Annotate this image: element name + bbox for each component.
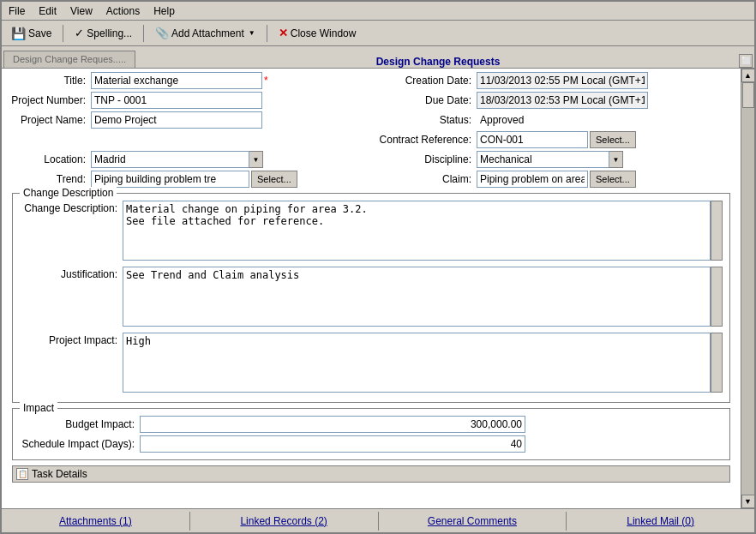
close-icon: ✕ [279, 27, 288, 39]
budget-impact-input[interactable] [140, 416, 525, 433]
trend-label: Trend: [5, 173, 91, 185]
spelling-icon: ✓ [75, 27, 84, 39]
discipline-arrow[interactable]: ▼ [609, 151, 623, 168]
status-label: Status: [374, 114, 477, 126]
menu-file[interactable]: File [2, 3, 32, 19]
location-row: Location: ▼ Discipline: ▼ [5, 151, 737, 168]
menu-edit[interactable]: Edit [32, 3, 63, 19]
bottom-tab-linked-mail[interactable]: Linked Mail (0) [567, 512, 754, 531]
trend-row: Trend: Select... Claim: Select... [5, 171, 737, 188]
attachment-dropdown-icon: ▼ [249, 29, 255, 37]
menu-view[interactable]: View [63, 3, 99, 19]
due-date-label: Due Date: [374, 94, 477, 106]
change-desc-textarea[interactable]: Material change on piping for area 3.2. … [123, 201, 711, 261]
project-impact-row: Project Impact: High [20, 333, 723, 395]
change-desc-row: Change Description: Material change on p… [20, 201, 723, 263]
change-desc-label: Change Description: [20, 201, 123, 263]
change-desc-wrap: Material change on piping for area 3.2. … [123, 201, 723, 263]
project-impact-textarea[interactable]: High [123, 333, 711, 393]
save-icon: 💾 [11, 27, 26, 40]
claim-label: Claim: [374, 173, 477, 185]
bottom-tab-linked-records[interactable]: Linked Records (2) [190, 512, 379, 531]
toolbar-separator [63, 25, 63, 42]
justification-textarea[interactable]: See Trend and Claim analysis [123, 267, 711, 327]
side-scrollbar: ▲ ▼ [741, 69, 754, 508]
location-label: Location: [5, 153, 91, 165]
trend-input[interactable] [91, 171, 249, 188]
creation-date-label: Creation Date: [374, 75, 477, 87]
project-name-row: Project Name: Status: Approved [5, 111, 737, 129]
scroll-track[interactable] [741, 82, 755, 495]
project-number-row: Project Number: Due Date: [5, 92, 737, 109]
discipline-dropdown[interactable]: ▼ [477, 151, 623, 168]
project-name-label: Project Name: [5, 114, 91, 126]
expand-button[interactable]: ⬜ [739, 54, 753, 68]
justification-label: Justification: [20, 267, 123, 329]
close-window-button[interactable]: ✕ Close Window [273, 23, 363, 44]
contract-row: Contract Reference: Select... [5, 131, 737, 148]
location-arrow[interactable]: ▼ [249, 151, 263, 168]
form-area: Title: * Creation Date: Project Number: … [2, 69, 741, 508]
justification-wrap: See Trend and Claim analysis [123, 267, 723, 329]
change-desc-scrollbar[interactable] [711, 201, 723, 261]
bottom-tab-general-comments[interactable]: General Comments [379, 512, 567, 531]
menu-help[interactable]: Help [147, 3, 182, 19]
tab-bar: Design Change Reques..... Design Change … [2, 46, 754, 69]
title-label: Title: [5, 75, 91, 87]
title-input[interactable] [91, 72, 262, 89]
tab-inactive[interactable]: Design Change Reques..... [3, 51, 135, 68]
justification-scrollbar[interactable] [711, 267, 723, 327]
add-attachment-button[interactable]: 📎 Add Attachment ▼ [149, 23, 261, 44]
project-impact-wrap: High [123, 333, 723, 395]
location-dropdown[interactable]: ▼ [91, 151, 263, 168]
task-details-row: 📋 Task Details [12, 465, 730, 483]
change-description-section: Change Description Change Description: M… [12, 193, 730, 403]
tab-title: Design Change Requests [376, 56, 501, 68]
title-row: Title: * Creation Date: [5, 72, 737, 89]
location-input[interactable] [91, 151, 249, 168]
project-name-input[interactable] [91, 111, 262, 129]
contract-select-button[interactable]: Select... [590, 131, 636, 148]
claim-select-button[interactable]: Select... [590, 171, 636, 188]
task-details-label: Task Details [32, 468, 87, 480]
contract-ref-input[interactable] [477, 131, 588, 148]
scroll-up-button[interactable]: ▲ [741, 69, 755, 82]
due-date-input [477, 92, 648, 109]
project-number-input[interactable] [91, 92, 262, 109]
project-impact-label: Project Impact: [20, 333, 123, 395]
required-indicator: * [264, 75, 268, 87]
project-impact-scrollbar[interactable] [711, 333, 723, 393]
bottom-tabs: Attachments (1) Linked Records (2) Gener… [2, 508, 754, 532]
menu-actions[interactable]: Actions [99, 3, 147, 19]
claim-input[interactable] [477, 171, 588, 188]
status-value: Approved [477, 114, 524, 126]
scroll-thumb[interactable] [742, 82, 754, 108]
trend-select-button[interactable]: Select... [251, 171, 297, 188]
creation-date-input [477, 72, 648, 89]
budget-impact-row: Budget Impact: [20, 416, 723, 433]
budget-impact-label: Budget Impact: [20, 418, 140, 430]
toolbar: 💾 Save ✓ Spelling... 📎 Add Attachment ▼ … [2, 21, 754, 46]
discipline-label: Discipline: [374, 153, 477, 165]
spelling-button[interactable]: ✓ Spelling... [69, 23, 138, 44]
scroll-down-button[interactable]: ▼ [741, 495, 755, 508]
project-number-label: Project Number: [5, 94, 91, 106]
justification-row: Justification: See Trend and Claim analy… [20, 267, 723, 329]
save-button[interactable]: 💾 Save [5, 23, 57, 44]
contract-ref-label: Contract Reference: [374, 134, 477, 146]
schedule-impact-row: Schedule Impact (Days): [20, 435, 723, 453]
task-details-icon: 📋 [16, 468, 28, 480]
toolbar-separator-2 [143, 25, 144, 42]
impact-section-label: Impact [20, 402, 57, 414]
menu-bar: File Edit View Actions Help [2, 2, 754, 21]
bottom-tab-attachments[interactable]: Attachments (1) [2, 512, 190, 531]
change-description-section-label: Change Description [20, 187, 117, 199]
impact-section: Impact Budget Impact: Schedule Impact (D… [12, 408, 730, 460]
schedule-impact-label: Schedule Impact (Days): [20, 438, 140, 450]
attachment-icon: 📎 [155, 27, 169, 39]
discipline-input[interactable] [477, 151, 609, 168]
toolbar-separator-3 [267, 25, 267, 42]
schedule-impact-input[interactable] [140, 435, 525, 453]
